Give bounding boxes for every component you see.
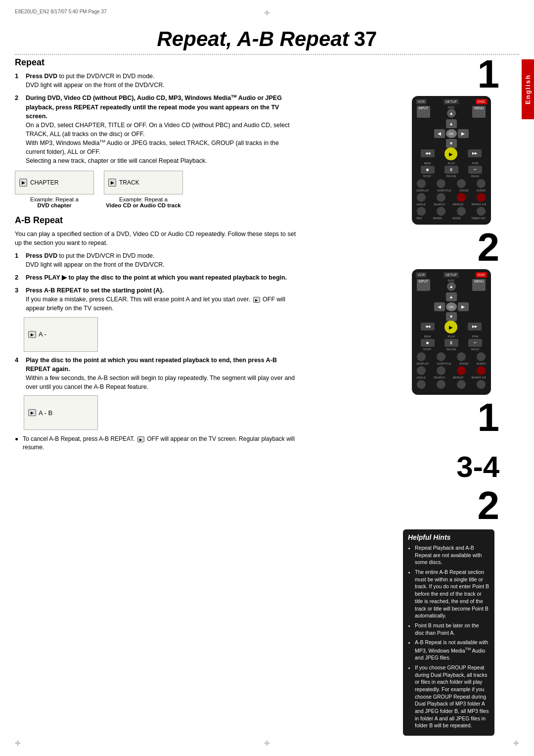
- dpad-right-2[interactable]: ▶: [458, 302, 469, 311]
- disc-btn-2[interactable]: ▲: [447, 282, 456, 291]
- subtitle-btn-2[interactable]: [437, 352, 445, 361]
- big-num-1: 1: [478, 54, 500, 94]
- ab-intro: You can play a specified section of a DV…: [15, 230, 297, 247]
- angle-btn[interactable]: [417, 193, 426, 202]
- repeat-ab-btn[interactable]: [477, 193, 486, 202]
- vcr-btn-2[interactable]: VCR: [416, 272, 427, 278]
- step-num-2: 2: [15, 94, 24, 101]
- ab-screen-a-text: A -: [39, 331, 46, 338]
- rec-btn[interactable]: [417, 207, 426, 216]
- page-number: 37: [354, 27, 377, 51]
- ab-repeat-section: A-B Repeat You can play a specified sect…: [15, 215, 297, 452]
- repeat-step-1: 1 Press DVD to put the DVD/VCR in DVD mo…: [15, 72, 297, 90]
- hint-4: A-B Repeat is not available with MP3, Wi…: [415, 639, 490, 662]
- dpad-down-2[interactable]: ▼: [446, 312, 457, 321]
- step-2-text: On a DVD, select CHAPTER, TITLE or OFF. …: [26, 122, 290, 165]
- back-btn-2[interactable]: ↩: [468, 339, 482, 347]
- angle-label: ANGLE: [417, 203, 426, 206]
- rew-btn-2[interactable]: ◀◀: [421, 323, 435, 331]
- display-btn-2[interactable]: [417, 352, 426, 361]
- back-btn[interactable]: ↩: [468, 166, 482, 174]
- ffw-btn[interactable]: ▶▶: [468, 149, 482, 157]
- repeat-btn-2[interactable]: [457, 366, 466, 375]
- menu-btn[interactable]: MENU: [472, 106, 486, 118]
- menu-btn-2[interactable]: MENU: [472, 279, 486, 291]
- pause-label-2: PAUSE: [446, 348, 456, 351]
- ab-screen-a-icon: ▶: [28, 331, 36, 338]
- helpful-hints-list: Repeat Playback and A-B Repeat are not a…: [408, 544, 490, 729]
- disc-btn[interactable]: ▲: [447, 109, 456, 118]
- search-label: SEARCH: [434, 203, 445, 206]
- repeat-ab-btn-2[interactable]: [477, 366, 486, 375]
- audio-btn[interactable]: [477, 179, 486, 188]
- mode-btn[interactable]: [457, 207, 466, 216]
- setup-btn[interactable]: SETUP: [444, 99, 459, 104]
- ab-step-1-content: Press DVD to put the DVD/VCR in DVD mode…: [26, 251, 297, 269]
- dpad-up[interactable]: ▲: [446, 119, 457, 128]
- search-btn-2[interactable]: [437, 366, 445, 375]
- chapter-label: Example: Repeat a DVD chapter: [15, 196, 94, 208]
- hint-1: Repeat Playback and A-B Repeat are not a…: [415, 544, 490, 566]
- dpad-left[interactable]: ◀: [434, 129, 445, 138]
- timer-set-btn-2[interactable]: [477, 380, 486, 389]
- big-num-1b: 1: [478, 398, 500, 437]
- rec-btn-2[interactable]: [417, 380, 426, 389]
- speed-btn[interactable]: [437, 207, 445, 216]
- left-column: Repeat 1 Press DVD to put the DVD/VCR in…: [15, 54, 297, 452]
- speed-btn-2[interactable]: [437, 380, 445, 389]
- repeat-section: Repeat 1 Press DVD to put the DVD/VCR in…: [15, 57, 297, 208]
- track-label: Example: Repeat a Video CD or Audio CD t…: [104, 196, 183, 208]
- ab-step-4-content: Play the disc to the point at which you …: [26, 356, 297, 392]
- search-btn[interactable]: [437, 193, 445, 202]
- chapter-screen: ▶ CHAPTER: [15, 171, 94, 194]
- step-num-1: 1: [15, 72, 24, 80]
- cancel-bullet: ●: [15, 435, 22, 443]
- play-btn[interactable]: ▶: [445, 147, 457, 160]
- dpad-left-2[interactable]: ◀: [434, 302, 445, 311]
- input-btn-2[interactable]: INPUT: [417, 279, 431, 291]
- dpad-right[interactable]: ▶: [458, 129, 469, 138]
- play-btn-2[interactable]: ▶: [445, 321, 457, 333]
- stop-label-2: STOP: [423, 348, 431, 351]
- dpad-ok[interactable]: OK: [446, 129, 457, 138]
- input-btn[interactable]: INPUT: [417, 106, 431, 118]
- speed-label: SPEED: [433, 217, 442, 220]
- repeat-step-2: 2 During DVD, Video CD (without PBC), Au…: [15, 94, 297, 165]
- cancel-note: ● To cancel A-B Repeat, press A-B REPEAT…: [15, 435, 297, 452]
- audio-btn-2[interactable]: [477, 352, 486, 361]
- back-label-2: BACK: [471, 348, 479, 351]
- ab-step-3-bold: Press A-B REPEAT to set the starting poi…: [26, 287, 164, 294]
- chapter-label2: DVD chapter: [37, 202, 71, 208]
- repeat-btn[interactable]: [457, 193, 466, 202]
- track-label1: Example: Repeat a: [119, 196, 168, 202]
- dvd-btn-2[interactable]: DVD: [476, 272, 487, 278]
- ab-step-4: 4 Play the disc to the point at which yo…: [15, 356, 297, 392]
- angle-btn-2[interactable]: [417, 366, 426, 375]
- zoom-btn-2[interactable]: [457, 352, 466, 361]
- vcr-btn[interactable]: VCR: [416, 99, 427, 104]
- dvd-btn-1[interactable]: DVD: [476, 99, 487, 104]
- big-num-34-area: 3-4: [403, 452, 499, 482]
- ab-step-num-3: 3: [15, 286, 24, 294]
- stop-btn[interactable]: ■: [421, 166, 435, 174]
- track-screen-icon: ▶: [108, 179, 116, 187]
- chapter-label1: Example: Repeat a: [30, 196, 79, 202]
- ab-step-4-bold: Play the disc to the point at which you …: [26, 357, 277, 373]
- ffw-btn-2[interactable]: ▶▶: [468, 323, 482, 331]
- dpad-down[interactable]: ▼: [446, 139, 457, 148]
- dpad-ok-2[interactable]: OK: [446, 302, 457, 311]
- dpad-up-2[interactable]: ▲: [446, 292, 457, 301]
- main-content: Repeat 1 Press DVD to put the DVD/VCR in…: [15, 54, 499, 736]
- ab-step-2: 2 Press PLAY ▶ to play the disc to the p…: [15, 273, 297, 282]
- setup-btn-2[interactable]: SETUP: [444, 272, 459, 278]
- stop-btn-2[interactable]: ■: [421, 339, 435, 347]
- zoom-btn[interactable]: [457, 179, 466, 188]
- mode-btn-2[interactable]: [457, 380, 466, 389]
- subtitle-btn[interactable]: [437, 179, 445, 188]
- pause-btn-2[interactable]: ⏸: [445, 339, 458, 347]
- big-num-2b-area: 2: [403, 486, 499, 525]
- pause-btn[interactable]: ⏸: [445, 166, 458, 174]
- timer-set-btn[interactable]: [477, 207, 486, 216]
- display-btn[interactable]: [417, 179, 426, 188]
- rew-btn[interactable]: ◀◀: [421, 149, 435, 157]
